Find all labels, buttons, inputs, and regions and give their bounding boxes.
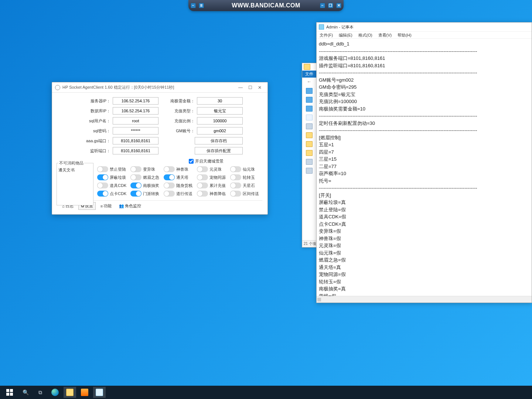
- toggle-tianxing-stone[interactable]: [230, 183, 241, 188]
- unconsumable-items-box: 不可消耗物品 通关文书: [57, 163, 93, 205]
- nanji-amount-input[interactable]: [197, 97, 243, 105]
- bandicam-ctrl-2: ⏸: [199, 3, 204, 8]
- toggle-ranmei[interactable]: [130, 174, 141, 180]
- notepad-menu-bar: 文件(F) 编辑(E) 格式(O) 查看(V) 帮助(H): [317, 31, 532, 39]
- notepad-icon: [319, 24, 324, 30]
- toggle-xianyuan-pearl[interactable]: [230, 166, 241, 172]
- minimize-button[interactable]: —: [236, 84, 245, 91]
- tab-func[interactable]: ≡功能: [98, 202, 114, 210]
- folder-icon: [66, 389, 74, 396]
- gm-account-label: GM账号：: [170, 128, 195, 134]
- explorer-file-tab[interactable]: 文件: [302, 71, 316, 78]
- notepad-titlebar[interactable]: Admin - 记事本: [317, 23, 532, 31]
- db-ip-label: 数据库IP：: [85, 108, 110, 114]
- menu-help[interactable]: 帮助(H): [395, 32, 414, 38]
- toggle-card-cdk[interactable]: [97, 191, 108, 197]
- feature-toggle-section: 禁止登陆 变异珠 神兽珠 元灵珠 仙元珠 屏蔽垃圾 燃眉之急 通天塔 宠物同源 …: [97, 166, 262, 197]
- server-ip-input[interactable]: [113, 97, 158, 105]
- folder-icon[interactable]: [306, 150, 313, 156]
- taskbar-explorer[interactable]: [64, 387, 76, 398]
- folder-icon[interactable]: [306, 141, 313, 147]
- quick-access-icon[interactable]: [306, 88, 313, 94]
- menu-file[interactable]: 文件(F): [317, 32, 336, 38]
- documents-icon[interactable]: [306, 115, 313, 120]
- gs-port-label: aaa.gs端口：: [85, 138, 110, 144]
- taskbar-notepad[interactable]: [93, 387, 106, 398]
- explorer-sidebar: [302, 86, 316, 176]
- start-button[interactable]: [2, 387, 17, 398]
- close-button[interactable]: ✕: [255, 84, 265, 91]
- scroll-thumb[interactable]: [317, 298, 321, 301]
- explorer-back-button[interactable]: ←: [302, 78, 316, 86]
- toggle-daoxing-transfer[interactable]: [164, 191, 175, 197]
- listen-port-label: 监听端口：: [85, 148, 110, 154]
- taskbar-edge[interactable]: [49, 387, 61, 398]
- charge-type-input[interactable]: [197, 107, 243, 115]
- db-ip-input[interactable]: [113, 107, 158, 115]
- toggle-item-cdk[interactable]: [97, 183, 108, 188]
- app-title: HP Socket AgentClient 1.60 稳定运行：[0天0小时15…: [62, 85, 174, 90]
- toggle-shenshou-descend[interactable]: [197, 191, 208, 197]
- search-button[interactable]: 🔍: [19, 387, 32, 398]
- app-icon: [55, 85, 60, 90]
- maximize-button[interactable]: ☐: [245, 84, 255, 91]
- sql-user-label: sql用户名：: [85, 118, 110, 124]
- menu-format[interactable]: 格式(O): [355, 32, 375, 38]
- gs-port-input[interactable]: [113, 137, 158, 144]
- bandicam-ctrl-5: ✕: [336, 3, 341, 8]
- people-icon: 👥: [119, 204, 124, 208]
- toggle-portable-warehouse[interactable]: [164, 183, 175, 188]
- downloads-icon[interactable]: [306, 106, 313, 112]
- snowy-checkbox[interactable]: [189, 159, 194, 164]
- snowy-checkbox-label: 开启天墉城雪景: [195, 158, 224, 164]
- server-ip-label: 服务器IP：: [85, 98, 110, 104]
- drive-icon[interactable]: [306, 159, 313, 165]
- toggle-pet-source[interactable]: [197, 174, 208, 180]
- toggle-yuanling-pearl[interactable]: [197, 166, 208, 172]
- toggle-forbid-login[interactable]: [97, 166, 108, 172]
- tab-role-monitor[interactable]: 👥角色监控: [116, 202, 144, 210]
- toggle-shenshou-pearl[interactable]: [164, 166, 175, 172]
- toggle-faction-switch[interactable]: [130, 191, 141, 197]
- notepad-content[interactable]: ddb=dl_ddb_1 ---------------------------…: [317, 39, 532, 296]
- gm-account-input[interactable]: [197, 127, 243, 134]
- task-view-button[interactable]: ⧉: [34, 387, 47, 398]
- network-icon[interactable]: [306, 168, 313, 174]
- sql-user-input[interactable]: [113, 117, 158, 125]
- notepad-icon: [96, 389, 103, 396]
- file-explorer-window[interactable]: 文件 ← 21 个项: [302, 63, 317, 248]
- charge-ratio-input[interactable]: [197, 117, 243, 125]
- save-archive-button[interactable]: 保存存档: [195, 137, 243, 144]
- svg-rect-1: [10, 389, 13, 392]
- sql-pass-input[interactable]: [113, 127, 158, 134]
- listen-port-input[interactable]: [113, 147, 158, 154]
- svg-rect-2: [6, 393, 9, 396]
- taskbar: 🔍 ⧉: [0, 386, 532, 399]
- menu-edit[interactable]: 编辑(E): [336, 32, 355, 38]
- explorer-status-bar: 21 个项: [302, 240, 316, 247]
- bandicam-text: WWW.BANDICAM.COM: [232, 2, 300, 9]
- toggle-zone-transfer[interactable]: [230, 191, 241, 197]
- save-plugin-config-button[interactable]: 保存插件配置: [195, 147, 243, 154]
- toggle-nanji-lottery[interactable]: [130, 183, 141, 188]
- desktop-icon[interactable]: [306, 97, 313, 103]
- hpsocket-agent-window: HP Socket AgentClient 1.60 稳定运行：[0天0小时15…: [52, 82, 268, 215]
- bandicam-ctrl-1: −: [191, 3, 196, 8]
- toggle-total-recharge[interactable]: [197, 183, 208, 188]
- bandicam-watermark: − ⏸ WWW.BANDICAM.COM − ❐ ✕: [188, 0, 344, 11]
- taskbar-app1[interactable]: [78, 387, 91, 398]
- unconsumable-title: 不可消耗物品: [58, 160, 84, 166]
- sql-pass-label: sql密码：: [85, 128, 110, 134]
- toggle-lunzhuan-jade[interactable]: [230, 174, 241, 180]
- this-pc-icon[interactable]: [306, 123, 313, 129]
- unconsumable-item[interactable]: 通关文书: [58, 167, 92, 173]
- menu-view[interactable]: 查看(V): [375, 32, 395, 38]
- controls-icon: ≡: [100, 204, 103, 208]
- folder-icon[interactable]: [306, 132, 313, 138]
- toggle-bianyi-pearl[interactable]: [130, 166, 141, 172]
- notepad-scrollbar[interactable]: [317, 296, 532, 303]
- toggle-block-trash[interactable]: [97, 174, 108, 180]
- app-titlebar[interactable]: HP Socket AgentClient 1.60 稳定运行：[0天0小时15…: [52, 82, 267, 93]
- svg-rect-3: [10, 393, 13, 396]
- toggle-tongtian-tower[interactable]: [164, 174, 175, 180]
